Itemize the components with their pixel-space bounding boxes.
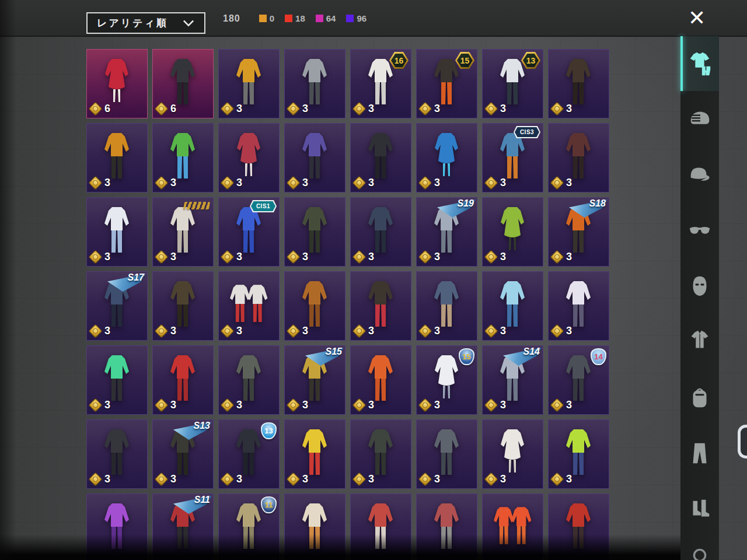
rarity-legend-entry: 18 xyxy=(285,13,305,23)
sidebar-item-pants[interactable] xyxy=(680,426,719,481)
sidebar-item-bag[interactable] xyxy=(680,370,719,425)
outfit-image xyxy=(558,424,599,480)
item-card[interactable] xyxy=(350,494,411,560)
item-card[interactable]: 15 3 xyxy=(416,49,477,118)
item-card[interactable]: 3 xyxy=(416,271,477,341)
item-card[interactable]: 13 3 xyxy=(482,49,543,118)
rarity-legend-entry: 96 xyxy=(346,13,366,23)
coin-row: 3 xyxy=(420,325,440,337)
item-card[interactable]: 3 xyxy=(482,419,543,489)
item-card[interactable]: 3 xyxy=(86,123,148,192)
sidebar-item-outfit[interactable] xyxy=(680,36,719,91)
item-count: 3 xyxy=(434,251,440,263)
item-card[interactable]: CIS3 3 xyxy=(482,123,543,192)
item-count: 3 xyxy=(302,177,308,189)
item-card[interactable]: S14 3 xyxy=(482,345,543,415)
sidebar-item-cap[interactable] xyxy=(680,147,719,202)
item-card[interactable]: 3 xyxy=(416,123,477,192)
coin-icon xyxy=(286,324,300,338)
item-card[interactable]: 6 xyxy=(152,49,214,118)
item-card[interactable]: S18 3 xyxy=(548,197,609,267)
item-card[interactable]: 3 xyxy=(548,49,609,118)
item-card[interactable]: 3 xyxy=(350,419,411,489)
item-card[interactable]: 3 xyxy=(548,271,609,341)
item-card[interactable]: 3 xyxy=(482,271,543,341)
coin-icon xyxy=(220,324,234,338)
item-card[interactable]: 3 xyxy=(218,49,280,118)
item-card[interactable]: 14 3 xyxy=(548,345,609,415)
item-card[interactable]: 3 xyxy=(284,123,345,192)
item-card[interactable]: 3 xyxy=(284,197,345,267)
item-card[interactable]: 3 xyxy=(284,271,345,341)
sidebar-item-glasses[interactable] xyxy=(680,203,719,258)
item-card[interactable]: 3 xyxy=(284,419,345,489)
sidebar-item-mask[interactable] xyxy=(680,258,719,313)
coin-icon xyxy=(88,102,102,116)
item-card[interactable]: 13 3 xyxy=(218,419,280,489)
item-card[interactable]: 16 3 xyxy=(350,49,411,118)
item-card[interactable]: 3 xyxy=(548,419,609,489)
item-card[interactable]: 3 xyxy=(152,197,214,267)
coin-icon xyxy=(88,472,102,486)
item-card[interactable]: 3 xyxy=(86,197,148,267)
item-card[interactable]: 3 xyxy=(218,345,280,415)
item-count: 6 xyxy=(104,103,110,115)
item-card[interactable]: 3 xyxy=(284,49,345,118)
outfit-image xyxy=(294,201,335,257)
item-card[interactable] xyxy=(86,494,148,560)
item-count: 3 xyxy=(302,103,308,115)
item-card[interactable]: S15 3 xyxy=(284,345,345,415)
coin-row: 3 xyxy=(354,399,374,411)
coin-icon xyxy=(352,102,366,116)
coin-icon xyxy=(418,102,432,116)
item-count: 3 xyxy=(104,325,110,337)
outfit-image xyxy=(228,127,269,183)
coin-row: 3 xyxy=(354,103,374,115)
item-card[interactable]: S17 3 xyxy=(86,271,148,341)
sidebar-item-helmet[interactable] xyxy=(680,92,719,146)
item-card[interactable]: 3 xyxy=(350,271,411,341)
sidebar-item-circle[interactable] xyxy=(680,528,719,560)
season-level-badge: 15 xyxy=(459,348,474,365)
sidebar-item-jacket[interactable] xyxy=(680,314,719,369)
item-count: 3 xyxy=(170,177,176,189)
item-card[interactable] xyxy=(482,494,543,560)
item-card[interactable]: 3 xyxy=(548,123,609,192)
item-card[interactable]: S11 xyxy=(152,494,214,560)
left-shade xyxy=(0,0,16,560)
sort-dropdown[interactable]: レアリティ順 xyxy=(86,12,205,34)
item-card[interactable]: 11 xyxy=(218,494,280,560)
outfit-image xyxy=(492,201,533,257)
item-card[interactable]: 3 xyxy=(482,197,543,267)
item-card[interactable] xyxy=(284,494,345,560)
coin-icon xyxy=(352,398,366,412)
item-card[interactable] xyxy=(548,494,609,560)
item-card[interactable]: 3 xyxy=(350,123,411,192)
badge-text: 13 xyxy=(526,56,536,65)
coin-row: 3 xyxy=(156,473,176,485)
item-card[interactable]: 3 xyxy=(152,345,214,415)
item-card[interactable] xyxy=(416,494,477,560)
item-card[interactable]: 3 xyxy=(152,271,214,341)
close-button[interactable]: ✕ xyxy=(684,5,710,32)
item-card[interactable]: 15 3 xyxy=(416,345,477,415)
item-card[interactable]: 3 xyxy=(218,271,280,341)
mask-icon xyxy=(686,272,713,299)
rarity-swatch xyxy=(316,15,323,22)
item-card[interactable]: 3 xyxy=(152,123,214,192)
item-count: 3 xyxy=(500,325,506,337)
coin-icon xyxy=(154,250,168,264)
item-card[interactable]: 3 xyxy=(218,123,280,192)
item-card[interactable]: S19 3 xyxy=(416,197,477,267)
item-card[interactable]: 3 xyxy=(350,345,411,415)
item-card[interactable]: 3 xyxy=(86,419,148,489)
item-card[interactable]: 3 xyxy=(416,419,477,489)
coin-row: 3 xyxy=(222,473,242,485)
coin-row: 3 xyxy=(420,251,440,263)
item-card[interactable]: 3 xyxy=(350,197,411,267)
item-card[interactable]: S13 3 xyxy=(152,419,214,489)
item-card[interactable]: 3 xyxy=(86,345,148,415)
item-card[interactable]: 6 xyxy=(86,49,148,118)
item-card[interactable]: CIS1 3 xyxy=(218,197,280,267)
outfit-image xyxy=(492,275,533,331)
